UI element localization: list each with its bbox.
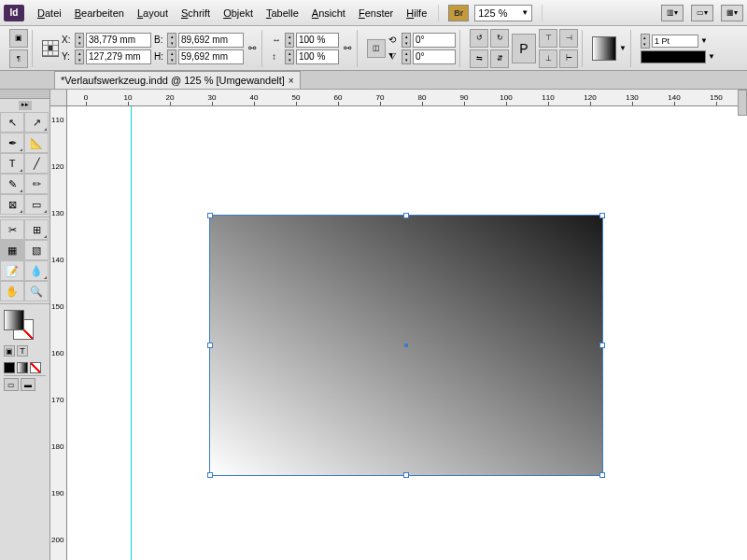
- text-mode-icon[interactable]: ¶: [9, 49, 28, 68]
- fill-swatch[interactable]: [592, 36, 616, 61]
- scissors-tool[interactable]: ✂: [0, 219, 24, 240]
- collapse-toggle[interactable]: ▸▸: [19, 101, 32, 110]
- screen-mode-icon[interactable]: ▭▾: [691, 5, 713, 21]
- note-tool[interactable]: 📝: [0, 260, 24, 281]
- sx-spinner[interactable]: ▴▾: [285, 33, 294, 48]
- sy-spinner[interactable]: ▴▾: [285, 49, 294, 64]
- align-bottom-icon[interactable]: ⊥: [539, 49, 557, 68]
- apply-color-icon[interactable]: [4, 362, 15, 373]
- page-guide: [131, 106, 132, 560]
- flip-container-icon[interactable]: ◫: [367, 39, 386, 58]
- align-top-icon[interactable]: ⊤: [539, 29, 557, 48]
- w-spinner[interactable]: ▴▾: [167, 33, 176, 48]
- gradient-feather-tool[interactable]: ▧: [24, 240, 49, 260]
- formatting-text-icon[interactable]: T: [17, 345, 28, 357]
- bridge-button[interactable]: Br: [448, 5, 469, 21]
- resize-handle-ml[interactable]: [207, 343, 213, 348]
- select-content-icon[interactable]: P: [512, 34, 536, 63]
- selected-rectangle[interactable]: [209, 215, 603, 476]
- hand-tool[interactable]: ✋: [0, 281, 24, 301]
- menu-ansicht[interactable]: Ansicht: [306, 4, 351, 22]
- shear-input[interactable]: 0°: [413, 49, 456, 64]
- apply-gradient-icon[interactable]: [17, 362, 28, 373]
- resize-handle-tl[interactable]: [207, 213, 213, 218]
- object-mode-icon[interactable]: ▣: [9, 29, 28, 48]
- scale-x-icon: ↔: [272, 35, 283, 45]
- menu-hilfe[interactable]: Hilfe: [401, 4, 432, 22]
- menu-fenster[interactable]: Fenster: [353, 4, 399, 22]
- panel-grip[interactable]: [0, 90, 49, 99]
- ruler-origin[interactable]: [50, 90, 67, 106]
- rotate-input[interactable]: 0°: [413, 33, 456, 48]
- rectangle-tool[interactable]: ▭: [24, 194, 49, 215]
- close-icon[interactable]: ×: [289, 76, 294, 86]
- h-spinner[interactable]: ▴▾: [167, 49, 176, 64]
- zoom-tool[interactable]: 🔍: [24, 281, 49, 301]
- chevron-down-icon[interactable]: ▼: [708, 52, 715, 61]
- resize-handle-bc[interactable]: [403, 472, 409, 478]
- preview-view-icon[interactable]: ▬: [21, 378, 35, 391]
- x-spinner[interactable]: ▴▾: [75, 33, 84, 48]
- shear-spinner[interactable]: ▴▾: [402, 49, 411, 64]
- eyedropper-tool[interactable]: 💧: [24, 260, 49, 281]
- panel-dock-grip[interactable]: [738, 90, 747, 116]
- x-input[interactable]: 38,779 mm: [86, 33, 151, 48]
- free-transform-tool[interactable]: ⊞: [24, 219, 49, 240]
- reference-point[interactable]: [42, 40, 59, 57]
- y-spinner[interactable]: ▴▾: [75, 49, 84, 64]
- type-tool[interactable]: T: [0, 153, 24, 174]
- vertical-ruler[interactable]: 110120130140150160170180190200: [50, 106, 67, 560]
- canvas[interactable]: [67, 106, 747, 560]
- selection-tool[interactable]: ↖: [0, 112, 24, 133]
- flip-h-icon[interactable]: ⇋: [470, 49, 488, 68]
- stroke-weight-input[interactable]: 1 Pt: [652, 35, 698, 48]
- menu-layout[interactable]: Layout: [132, 4, 174, 22]
- scale-x-input[interactable]: 100 %: [296, 33, 339, 48]
- scale-y-input[interactable]: 100 %: [296, 49, 339, 64]
- align-middle-icon[interactable]: ⊣: [559, 29, 578, 48]
- resize-handle-tc[interactable]: [403, 213, 409, 218]
- normal-view-icon[interactable]: ▭: [4, 378, 19, 391]
- resize-handle-br[interactable]: [599, 472, 605, 478]
- chevron-down-icon[interactable]: ▼: [619, 44, 627, 52]
- stroke-style[interactable]: [641, 50, 706, 63]
- arrange-icon[interactable]: ▦▾: [721, 5, 743, 21]
- rotate-spinner[interactable]: ▴▾: [402, 33, 411, 48]
- rectangle-frame-tool[interactable]: ⊠: [0, 194, 24, 215]
- y-input[interactable]: 127,279 mm: [86, 49, 151, 64]
- pencil-tool[interactable]: ✎: [0, 174, 24, 194]
- menu-schrift[interactable]: Schrift: [176, 4, 216, 22]
- apply-none-icon[interactable]: [30, 362, 41, 373]
- shear-icon: ⧨: [388, 51, 400, 63]
- menu-objekt[interactable]: Objekt: [218, 4, 259, 22]
- rotate-cw-icon[interactable]: ↻: [490, 29, 509, 48]
- h-label: H:: [154, 51, 165, 62]
- resize-handle-mr[interactable]: [599, 343, 605, 348]
- resize-handle-bl[interactable]: [207, 472, 213, 478]
- link-scale-icon[interactable]: ⚯: [342, 34, 353, 63]
- direct-selection-tool[interactable]: ↗: [24, 112, 49, 133]
- link-wh-icon[interactable]: ⚯: [247, 34, 258, 63]
- line-tool[interactable]: ╱: [24, 153, 49, 174]
- menu-bearbeiten[interactable]: Bearbeiten: [69, 4, 130, 22]
- stroke-spinner[interactable]: ▴▾: [641, 34, 650, 49]
- chevron-down-icon[interactable]: ▼: [700, 36, 708, 45]
- zoom-combo[interactable]: 125 % ▼: [474, 5, 532, 21]
- gradient-tool[interactable]: ▦: [0, 240, 24, 260]
- flip-v-icon[interactable]: ⇵: [490, 49, 509, 68]
- h-input[interactable]: 59,692 mm: [178, 49, 244, 64]
- menu-tabelle[interactable]: Tabelle: [261, 4, 304, 22]
- brush-tool[interactable]: ✏: [24, 174, 49, 194]
- fill-color-swatch[interactable]: [4, 310, 24, 330]
- view-options-icon[interactable]: ▥▾: [661, 5, 684, 21]
- measure-tool[interactable]: 📐: [24, 133, 49, 153]
- pen-tool[interactable]: ✒: [0, 133, 24, 153]
- menu-datei[interactable]: Datei: [32, 4, 67, 22]
- resize-handle-tr[interactable]: [599, 213, 605, 218]
- w-input[interactable]: 89,692 mm: [178, 33, 244, 48]
- formatting-container-icon[interactable]: ▣: [4, 345, 15, 357]
- document-tab[interactable]: *Verlaufswerkzeug.indd @ 125 % [Umgewand…: [54, 71, 301, 89]
- horizontal-ruler[interactable]: 0102030405060708090100110120130140150160: [67, 90, 747, 106]
- rotate-ccw-icon[interactable]: ↺: [470, 29, 488, 48]
- align-right-icon[interactable]: ⊢: [559, 49, 578, 68]
